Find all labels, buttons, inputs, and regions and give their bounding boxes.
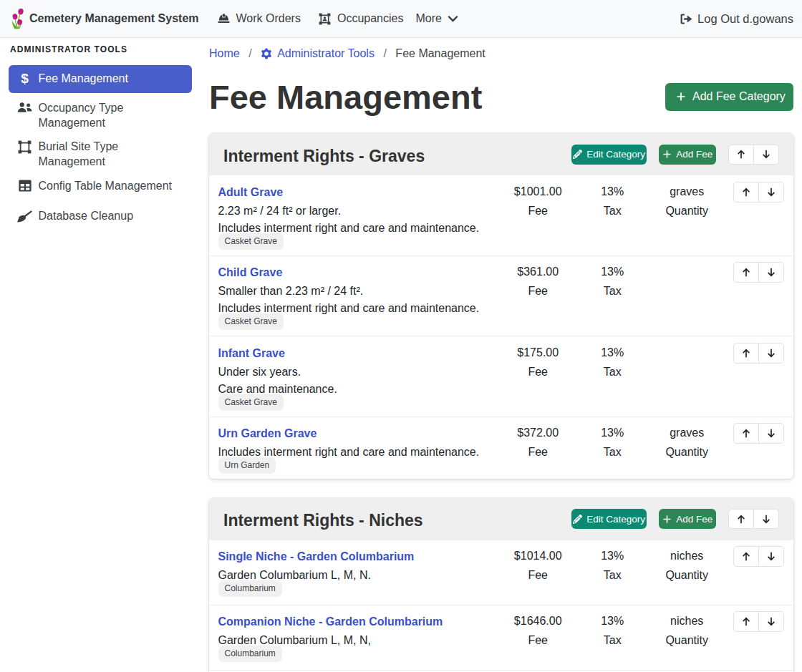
svg-text:$: $	[21, 72, 29, 86]
